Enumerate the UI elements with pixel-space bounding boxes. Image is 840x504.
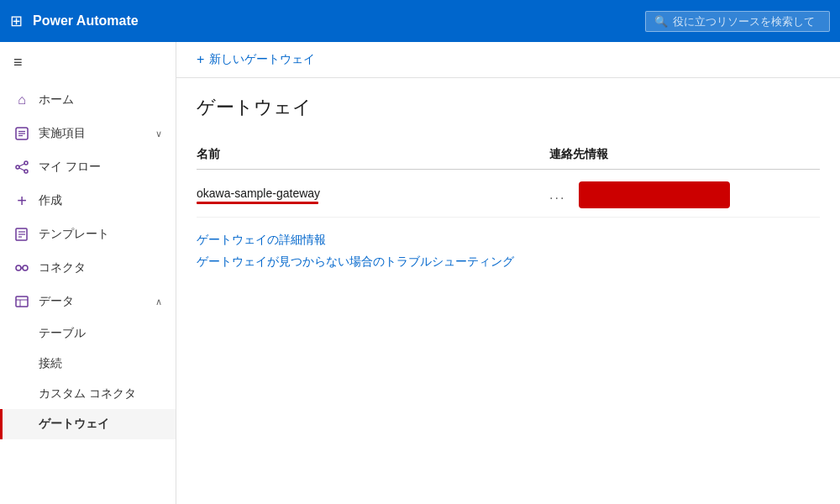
data-icon (13, 293, 30, 310)
svg-point-5 (24, 161, 28, 165)
new-gateway-label: 新しいゲートウェイ (209, 52, 315, 67)
sidebar-item-myflows[interactable]: マイ フロー (0, 150, 176, 184)
page-title: ゲートウェイ (197, 95, 820, 120)
new-gateway-button[interactable]: + 新しいゲートウェイ (197, 52, 315, 67)
svg-rect-16 (16, 297, 28, 307)
contact-badge (579, 181, 730, 208)
col-header-name: 名前 (197, 147, 549, 162)
sidebar-label-templates: テンプレート (39, 227, 162, 242)
sidebar-item-connectors[interactable]: コネクタ (0, 251, 176, 285)
home-icon: ⌂ (13, 92, 30, 108)
tasks-chevron-icon: ∨ (155, 129, 162, 139)
svg-line-7 (19, 164, 24, 166)
gateway-name-underline (197, 202, 318, 204)
more-options-button[interactable]: ... (549, 187, 565, 202)
tasks-icon (13, 125, 30, 142)
content-toolbar: + 新しいゲートウェイ (176, 42, 840, 78)
sidebar-label-create: 作成 (39, 193, 162, 208)
gateway-table: 名前 連絡先情報 okawa-sample-gateway ... (197, 140, 820, 218)
data-chevron-icon: ∧ (155, 297, 162, 307)
table-row: okawa-sample-gateway ... (197, 173, 820, 218)
svg-line-8 (19, 168, 24, 171)
sidebar-label-tasks: 実施項目 (39, 126, 155, 141)
connectors-icon (13, 260, 30, 276)
col-header-contact: 連絡先情報 (549, 147, 820, 162)
troubleshoot-link[interactable]: ゲートウェイが見つからない場合のトラブルシューティング (197, 255, 820, 270)
sidebar-sub-item-custom-connectors[interactable]: カスタム コネクタ (0, 379, 176, 409)
gateway-name-text: okawa-sample-gateway (197, 186, 549, 200)
sidebar-item-templates[interactable]: テンプレート (0, 218, 176, 251)
sidebar-label-connectors: コネクタ (39, 260, 162, 276)
sidebar-item-data[interactable]: データ ∧ (0, 285, 176, 318)
search-bar[interactable]: 🔍 (645, 11, 830, 32)
content-area: + 新しいゲートウェイ ゲートウェイ 名前 連絡先情報 okawa-sample… (176, 42, 840, 504)
app-title: Power Automate (33, 13, 645, 29)
create-icon: + (13, 192, 30, 209)
sidebar-sub-item-gateways[interactable]: ゲートウェイ (0, 409, 176, 439)
sidebar-sub-item-tables[interactable]: テーブル (0, 318, 176, 349)
sidebar-item-create[interactable]: + 作成 (0, 184, 176, 218)
sidebar-item-home[interactable]: ⌂ ホーム (0, 83, 176, 117)
templates-icon (13, 226, 30, 243)
svg-point-6 (24, 170, 28, 173)
grid-icon[interactable]: ⊞ (10, 12, 23, 30)
links-section: ゲートウェイの詳細情報 ゲートウェイが見つからない場合のトラブルシューティング (197, 233, 820, 270)
plus-icon: + (197, 52, 204, 67)
sidebar-item-tasks[interactable]: 実施項目 ∨ (0, 117, 176, 150)
sidebar-label-data: データ (39, 294, 155, 309)
sidebar-sub-item-connections[interactable]: 接続 (0, 349, 176, 379)
table-header: 名前 連絡先情報 (197, 140, 820, 170)
app-header: ⊞ Power Automate 🔍 (0, 0, 840, 42)
sidebar-sub-label-connections: 接続 (39, 356, 62, 371)
svg-point-13 (16, 265, 21, 270)
main-layout: ≡ ⌂ ホーム 実施項目 ∨ (0, 42, 840, 504)
svg-point-14 (23, 265, 28, 270)
sidebar: ≡ ⌂ ホーム 実施項目 ∨ (0, 42, 176, 504)
myflows-icon (13, 159, 30, 176)
sidebar-label-home: ホーム (39, 92, 162, 108)
sidebar-sub-label-tables: テーブル (39, 326, 86, 341)
gateway-name-cell: okawa-sample-gateway (197, 186, 549, 204)
search-icon: 🔍 (654, 15, 668, 28)
content-body: ゲートウェイ 名前 連絡先情報 okawa-sample-gateway ...… (176, 78, 840, 293)
svg-point-4 (16, 165, 19, 169)
search-input[interactable] (673, 15, 821, 28)
sidebar-sub-label-custom-connectors: カスタム コネクタ (39, 386, 136, 402)
gateway-details-link[interactable]: ゲートウェイの詳細情報 (197, 233, 820, 248)
sidebar-sub-label-gateways: ゲートウェイ (39, 417, 109, 432)
sidebar-label-myflows: マイ フロー (39, 160, 162, 175)
hamburger-button[interactable]: ≡ (0, 42, 176, 83)
